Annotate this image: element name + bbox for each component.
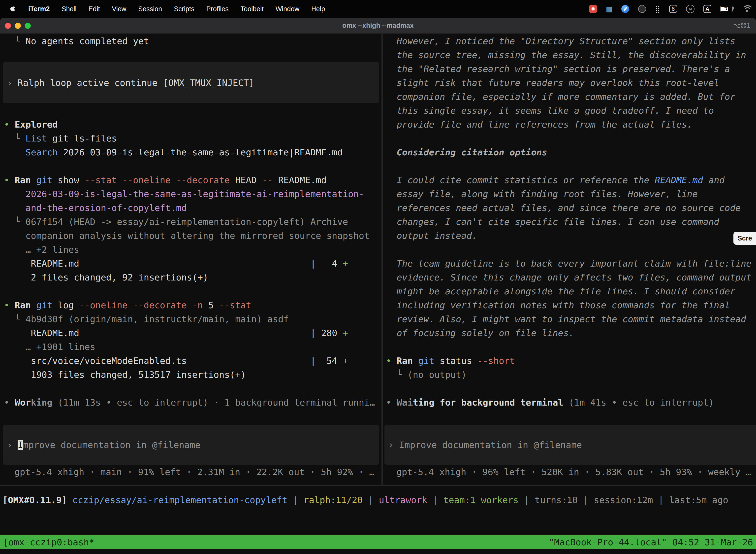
terminal-line: I could cite commit statistics or refere… bbox=[386, 173, 756, 187]
prompt-input-left[interactable]: › Improve documentation in @filename bbox=[3, 425, 379, 465]
terminal-line: might be acceptable alongside the file l… bbox=[386, 284, 756, 298]
apple-logo-icon bbox=[9, 5, 16, 13]
terminal-line: src/voice/voiceModeEnabled.ts | 54 + bbox=[4, 354, 381, 368]
terminal-line bbox=[4, 159, 381, 173]
terminal-line: output instead. bbox=[386, 229, 756, 243]
screen-share-button[interactable]: Scre bbox=[734, 232, 756, 245]
terminal-line: 1903 files changed, 513517 insertions(+) bbox=[4, 368, 381, 382]
menu-item-edit[interactable]: Edit bbox=[82, 5, 106, 13]
compass-icon[interactable] bbox=[621, 5, 629, 13]
ralph-inject-text: › Ralph loop active continue [OMX_TMUX_I… bbox=[7, 78, 254, 88]
terminal-line: the source tree, missing the essay. Stil… bbox=[386, 48, 756, 62]
right-pane-lines: However, I noticed the "Directory Struct… bbox=[383, 34, 756, 409]
terminal-line: • Ran git log --oneline --decorate -n 5 … bbox=[4, 298, 381, 312]
tmux-host-clock: "MacBook-Pro-44.local" 04:52 31-Mar-26 bbox=[549, 537, 753, 547]
terminal-line: … +1901 lines bbox=[4, 340, 381, 354]
iterm2-window: omx --xhigh --madmax ⌥⌘1 └ No agents com… bbox=[0, 18, 756, 554]
terminal-line bbox=[4, 48, 381, 62]
input-source-icon[interactable]: A bbox=[703, 5, 711, 13]
menu-item-window[interactable]: Window bbox=[270, 5, 305, 13]
terminal-pane-left[interactable]: └ No agents completed yet• Explored └ Li… bbox=[0, 34, 381, 485]
recording-indicator-icon[interactable] bbox=[589, 5, 597, 13]
tmux-status-bar: [omx-cczip0:bash* "MacBook-Pro-44.local"… bbox=[0, 535, 756, 549]
terminal-line: evidence. Since this change only affects… bbox=[386, 271, 756, 284]
terminal-line bbox=[4, 284, 381, 298]
terminal-line: However, I noticed the "Directory Struct… bbox=[386, 34, 756, 48]
terminal-line: companion analysis without altering the … bbox=[4, 229, 381, 243]
model-status-left: gpt-5.4 xhigh · main · 91% left · 2.31M … bbox=[14, 465, 375, 479]
keycap-icon[interactable]: 8 bbox=[669, 5, 677, 13]
tmux-session-window: [omx-cczip0:bash* bbox=[3, 537, 94, 547]
terminal-line bbox=[4, 104, 381, 118]
dots-grid-icon[interactable]: ⣿ bbox=[655, 5, 660, 13]
terminal-line: • Explored bbox=[4, 118, 381, 131]
terminal-line: changes, I can't cite specific file line… bbox=[386, 215, 756, 229]
terminal-line: • Ran git status --short bbox=[386, 354, 756, 368]
terminal-line bbox=[386, 131, 756, 146]
menu-item-session[interactable]: Session bbox=[132, 5, 168, 13]
window-title: omx --xhigh --madmax bbox=[0, 18, 756, 34]
prompt-input-right-text: › Improve documentation in @filename bbox=[388, 440, 582, 450]
menu-item-profiles[interactable]: Profiles bbox=[200, 5, 235, 13]
terminal-line: └ 067f154 (HEAD -> essay/ai-reimplementa… bbox=[4, 215, 381, 229]
status-separator bbox=[0, 485, 756, 486]
terminal-pane-right[interactable]: However, I noticed the "Directory Struct… bbox=[383, 34, 756, 485]
gauge-icon[interactable]: .61 bbox=[686, 5, 694, 13]
menu-item-toolbelt[interactable]: Toolbelt bbox=[235, 5, 270, 13]
terminal-line: this single essay, it seems like a good … bbox=[386, 104, 756, 118]
wifi-icon[interactable] bbox=[742, 5, 752, 13]
macos-menu-bar: iTerm2 ShellEditViewSessionScriptsProfil… bbox=[0, 0, 756, 18]
menu-bar-status-icons: ▦ ⣿ 8 .61 A ϟ bbox=[589, 0, 756, 18]
terminal-line: • Working (11m 13s • esc to interrupt) ·… bbox=[4, 396, 381, 409]
terminal-line: • Ran git show --stat --oneline --decora… bbox=[4, 173, 381, 187]
terminal-line: including verification notes with those … bbox=[386, 298, 756, 312]
terminal-line: 2 files changed, 92 insertions(+) bbox=[4, 271, 381, 284]
terminal-line: Search 2026-03-09-is-legal-the-same-as-l… bbox=[4, 146, 381, 159]
terminal-line: essay file, along with finding root file… bbox=[386, 187, 756, 201]
terminal-line: └ No agents completed yet bbox=[4, 34, 381, 48]
menu-item-help[interactable]: Help bbox=[305, 5, 331, 13]
terminal-line: └ 4b9d30f (origin/main, instructkr/main,… bbox=[4, 312, 381, 326]
terminal-line bbox=[4, 382, 381, 396]
menu-items: ShellEditViewSessionScriptsProfilesToolb… bbox=[56, 0, 331, 18]
app-circle-icon[interactable] bbox=[638, 5, 646, 13]
apple-menu[interactable] bbox=[0, 5, 22, 13]
terminal-line bbox=[386, 382, 756, 396]
menu-bar-left: iTerm2 ShellEditViewSessionScriptsProfil… bbox=[0, 0, 331, 18]
terminal-line bbox=[386, 159, 756, 173]
terminal-line: provide file and line references from th… bbox=[386, 118, 756, 131]
terminal-line: … +2 lines bbox=[4, 243, 381, 257]
charging-bolt-icon: ϟ bbox=[724, 4, 728, 12]
terminal-line: Considering citation options bbox=[386, 146, 756, 159]
terminal-line: review. Also, I might want to inspect th… bbox=[386, 312, 756, 326]
terminal-line: slight risk that future readers may over… bbox=[386, 76, 756, 90]
terminal-line: 2026-03-09-is-legal-the-same-as-legitima… bbox=[4, 187, 381, 201]
prompt-input-left-text: › Improve documentation in @filename bbox=[7, 440, 200, 450]
terminal-line: the "Related research writing" section i… bbox=[386, 62, 756, 76]
omx-status-bar: [OMX#0.11.9] cczip/essay/ai-reimplementa… bbox=[0, 493, 756, 507]
terminal-line: references need actual files, and since … bbox=[386, 201, 756, 215]
terminal-line: README.md | 4 + bbox=[4, 257, 381, 271]
terminal-line bbox=[386, 340, 756, 354]
terminal-line: of focusing solely on file lines. bbox=[386, 326, 756, 340]
battery-icon[interactable]: ϟ bbox=[720, 6, 733, 12]
window-shortcut-badge: ⌥⌘1 bbox=[733, 18, 751, 34]
terminal-line: • Waiting for background terminal (1m 41… bbox=[386, 396, 756, 409]
terminal-line bbox=[386, 243, 756, 257]
menu-item-shell[interactable]: Shell bbox=[56, 5, 82, 13]
terminal-line: The team guideline is to back every impo… bbox=[386, 257, 756, 271]
model-status-right: gpt-5.4 xhigh · 96% left · 520K in · 5.8… bbox=[396, 465, 756, 479]
terminal-line: └ (no output) bbox=[386, 368, 756, 382]
terminal-line: and-the-erosion-of-copyleft.md bbox=[4, 201, 381, 215]
grid-icon[interactable]: ▦ bbox=[606, 5, 612, 13]
menu-item-iterm2[interactable]: iTerm2 bbox=[22, 5, 56, 13]
terminal-line: companion file, especially if more comme… bbox=[386, 90, 756, 104]
window-title-bar[interactable]: omx --xhigh --madmax ⌥⌘1 bbox=[0, 18, 756, 34]
terminal-line: README.md | 280 + bbox=[4, 326, 381, 340]
ralph-inject-banner: › Ralph loop active continue [OMX_TMUX_I… bbox=[3, 62, 379, 103]
terminal-content: └ No agents completed yet• Explored └ Li… bbox=[0, 34, 756, 554]
menu-item-scripts[interactable]: Scripts bbox=[168, 5, 200, 13]
prompt-input-right[interactable]: › Improve documentation in @filename bbox=[384, 425, 756, 465]
terminal-line: └ List git ls-files bbox=[4, 131, 381, 146]
menu-item-view[interactable]: View bbox=[106, 5, 132, 13]
